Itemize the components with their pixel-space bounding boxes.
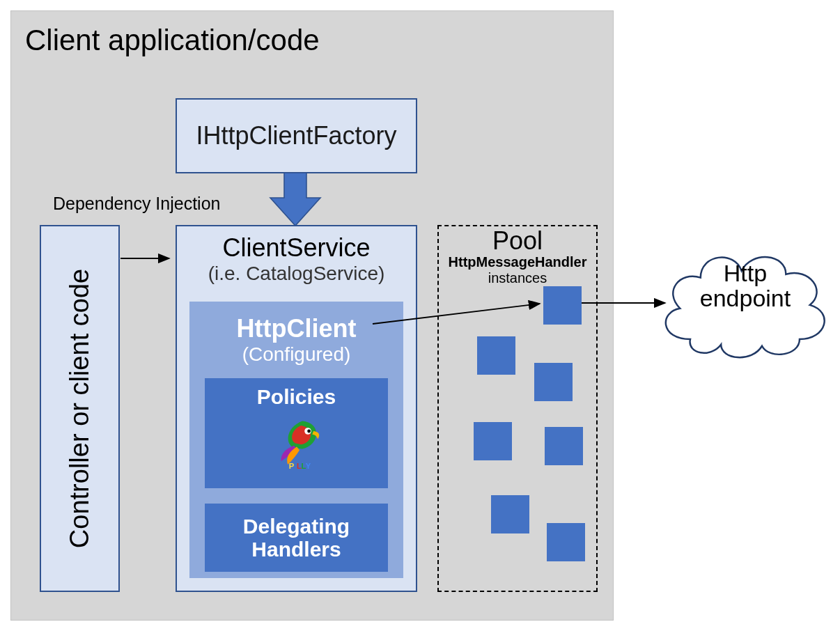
cloud-label: Http endpoint [679,261,811,311]
client-service-box: ClientService (i.e. CatalogService) Http… [176,225,417,592]
cloud-line2: endpoint [700,285,791,311]
controller-label: Controller or client code [65,269,95,548]
dependency-injection-label: Dependency Injection [53,194,220,214]
http-client-title: HttpClient [189,314,403,343]
svg-text:Y: Y [305,462,311,470]
svg-point-3 [307,430,311,433]
handler-instance [491,495,529,533]
handler-instance [474,422,512,460]
svg-marker-0 [270,173,320,226]
pool-sub1: HttpMessageHandler [439,254,596,270]
arrow-right-icon [120,248,176,269]
http-client-subtitle: (Configured) [189,343,403,366]
client-service-subtitle: (i.e. CatalogService) [177,263,416,285]
client-service-title: ClientService [177,233,416,263]
arrow-httpclient-to-pool-icon [373,293,554,334]
handler-instance [545,427,583,465]
pool-title: Pool [439,226,596,256]
controller-box: Controller or client code [40,225,120,592]
arrow-down-icon [267,173,323,228]
handler-instance [477,336,515,375]
pool-sub2: instances [439,270,596,286]
cloud-line1: Http [724,260,767,286]
svg-text:P: P [288,462,294,470]
policies-box: Policies P L L Y [205,378,388,488]
handler-instance [534,363,573,401]
pool-box: Pool HttpMessageHandler instances [437,225,598,592]
delegating-line1: Delegating [208,515,385,538]
handler-instance [547,523,585,561]
factory-box: IHttpClientFactory [176,98,417,173]
polly-logo-icon: P L L Y [208,413,385,472]
delegating-line2: Handlers [208,538,385,561]
svg-line-8 [373,304,540,324]
http-client-box: HttpClient (Configured) Policies P L [189,302,403,578]
policies-label: Policies [208,385,385,409]
container-title: Client application/code [25,24,320,57]
factory-label: IHttpClientFactory [196,121,396,150]
delegating-handlers-box: Delegating Handlers [205,504,388,572]
